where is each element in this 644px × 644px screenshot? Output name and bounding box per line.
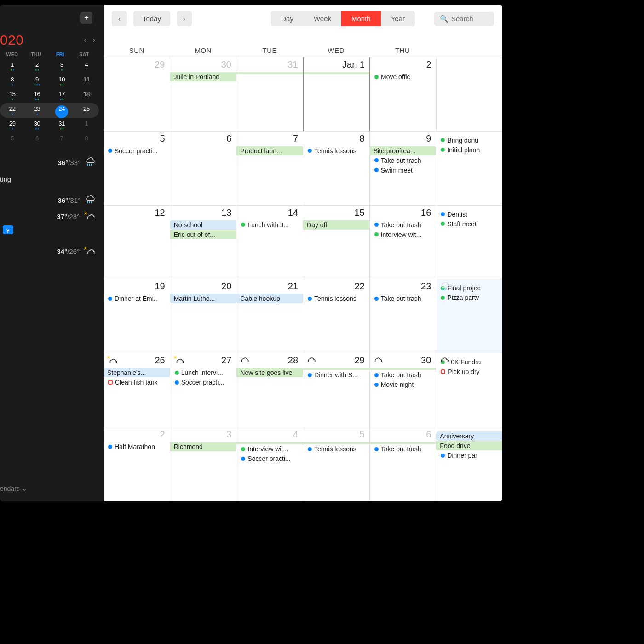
day-cell[interactable]: Bring donuInitial plann: [436, 132, 502, 205]
day-cell[interactable]: 8Tennis lessons: [303, 132, 370, 205]
event-item[interactable]: Initial plann: [438, 145, 500, 155]
event-item[interactable]: Lunch with J...: [238, 220, 301, 230]
mini-day-cell[interactable]: 1: [74, 120, 99, 130]
event-item[interactable]: Dentist: [438, 210, 500, 219]
day-cell[interactable]: 31: [236, 58, 303, 131]
mini-day-cell[interactable]: 10●●: [50, 76, 75, 86]
day-cell[interactable]: 23Take out trash: [370, 279, 437, 353]
mini-day-cell[interactable]: 31●●: [50, 120, 75, 130]
mini-day-cell[interactable]: 3●: [50, 61, 75, 71]
day-cell[interactable]: 16Take out trashInterview wit...: [370, 206, 437, 279]
event-item[interactable]: Dinner par: [438, 451, 500, 460]
next-button[interactable]: ›: [177, 11, 192, 26]
day-cell[interactable]: 7Product laun...: [236, 132, 303, 205]
task-checkbox[interactable]: [108, 380, 113, 385]
mini-day-cell[interactable]: 2●●: [25, 61, 50, 71]
mini-day-cell[interactable]: 29●: [0, 120, 25, 130]
event-bar[interactable]: Day off: [303, 220, 370, 230]
event-item[interactable]: Soccer practi...: [172, 378, 235, 387]
mini-day-cell[interactable]: 9●●●: [25, 76, 50, 86]
day-cell[interactable]: 4Interview wit...Soccer practi...: [236, 427, 303, 501]
event-bar[interactable]: Stephanie's...: [104, 368, 170, 377]
day-cell[interactable]: 10K FundraPick up dry: [436, 353, 502, 427]
mini-day-cell[interactable]: 24●●: [50, 105, 75, 115]
mini-day-cell[interactable]: 18: [74, 91, 99, 101]
view-year[interactable]: Year: [381, 11, 415, 26]
day-cell[interactable]: 6: [170, 132, 237, 205]
mini-day-cell[interactable]: 8●: [0, 76, 25, 86]
event-bar[interactable]: Site proofrea...: [370, 146, 437, 155]
mini-day-cell[interactable]: 30●●: [25, 120, 50, 130]
mini-day-cell[interactable]: 7: [50, 135, 75, 145]
event-item[interactable]: Swim meet: [372, 166, 434, 175]
day-cell[interactable]: 19Dinner at Emi...: [104, 279, 170, 353]
day-cell[interactable]: 20Martin Luthe...: [170, 279, 237, 353]
day-cell[interactable]: ☀26Stephanie's...Clean fish tank: [104, 353, 170, 427]
event-bar[interactable]: No school: [170, 220, 237, 230]
mini-day-cell[interactable]: 17●●: [50, 91, 75, 101]
event-item[interactable]: Staff meet: [438, 219, 500, 229]
event-item[interactable]: Dinner with S...: [305, 370, 368, 380]
add-button[interactable]: +: [80, 12, 92, 24]
event-item[interactable]: Interview wit...: [372, 230, 434, 239]
event-bar[interactable]: New site goes live: [236, 368, 303, 377]
day-cell[interactable]: 22Tennis lessons: [303, 279, 370, 353]
event-bar[interactable]: Anniversary: [436, 431, 502, 441]
event-item[interactable]: Soccer practi...: [238, 454, 301, 463]
event-task[interactable]: Pick up dry: [438, 367, 500, 376]
event-bar[interactable]: [304, 72, 370, 74]
mini-day-cell[interactable]: 1●●: [0, 61, 25, 71]
view-day[interactable]: Day: [271, 11, 304, 26]
day-cell[interactable]: 5Soccer practi...: [104, 132, 170, 205]
mini-next-month[interactable]: ›: [93, 36, 95, 44]
event-bar[interactable]: [370, 442, 437, 444]
day-cell[interactable]: 30Julie in Portland: [170, 58, 237, 131]
mini-day-cell[interactable]: 8: [74, 135, 99, 145]
today-button[interactable]: Today: [133, 11, 170, 26]
event-item[interactable]: Move offic: [372, 72, 434, 81]
mini-day-cell[interactable]: 25: [74, 105, 99, 115]
mini-day-cell[interactable]: 23●: [25, 105, 50, 115]
event-bar[interactable]: Eric out of of...: [170, 230, 237, 239]
task-checkbox[interactable]: [441, 369, 445, 374]
mini-day-cell[interactable]: 16●●: [25, 91, 50, 101]
mini-day-cell[interactable]: 6: [25, 135, 50, 145]
event-item[interactable]: Soccer practi...: [105, 146, 168, 155]
day-cell[interactable]: 15Day off: [303, 206, 370, 279]
event-item[interactable]: Take out trash: [372, 370, 434, 380]
event-item[interactable]: Bring donu: [438, 136, 500, 145]
event-item[interactable]: Pizza party: [438, 293, 500, 302]
event-bar[interactable]: Julie in Portland: [170, 72, 237, 81]
event-bar[interactable]: [303, 442, 370, 444]
day-cell[interactable]: 13No schoolEric out of of...: [170, 206, 237, 279]
prev-button[interactable]: ‹: [112, 11, 127, 26]
event-bar[interactable]: Richmond: [170, 442, 237, 451]
mini-day-cell[interactable]: 4: [74, 61, 99, 71]
mini-calendar[interactable]: 1●●2●●3●48●9●●●10●●1115●16●●17●●1822●23●…: [0, 59, 99, 147]
event-item[interactable]: Half Marathon: [105, 442, 168, 451]
calendars-dropdown[interactable]: endars ⌄: [0, 479, 99, 497]
day-cell[interactable]: Jan 1: [303, 58, 370, 131]
day-cell[interactable]: 29: [104, 58, 170, 131]
event-bar[interactable]: Martin Luthe...: [170, 294, 237, 303]
event-item[interactable]: Tennis lessons: [305, 146, 368, 155]
event-bar[interactable]: Cable hookup: [236, 294, 303, 303]
day-cell[interactable]: AnniversaryFood driveDinner par: [436, 427, 502, 501]
event-item[interactable]: Tennis lessons: [305, 294, 368, 303]
mini-prev-month[interactable]: ‹: [84, 36, 86, 44]
day-cell[interactable]: ☀27Lunch intervi...Soccer practi...: [170, 353, 237, 427]
mini-day-cell[interactable]: 11: [74, 76, 99, 86]
day-cell[interactable]: 6Take out trash: [370, 427, 437, 501]
sidebar-pill[interactable]: y: [3, 225, 13, 234]
day-cell[interactable]: 21Cable hookup: [236, 279, 303, 353]
event-item[interactable]: Dinner at Emi...: [105, 294, 168, 303]
view-week[interactable]: Week: [304, 11, 341, 26]
event-item[interactable]: Take out trash: [372, 444, 434, 454]
event-bar[interactable]: Product laun...: [236, 146, 303, 155]
search-field[interactable]: 🔍: [434, 12, 494, 26]
mini-day-cell[interactable]: 5: [0, 135, 25, 145]
event-bar[interactable]: [303, 368, 370, 370]
day-cell[interactable]: [437, 58, 503, 131]
view-month[interactable]: Month: [341, 11, 381, 26]
search-input[interactable]: [451, 15, 493, 23]
